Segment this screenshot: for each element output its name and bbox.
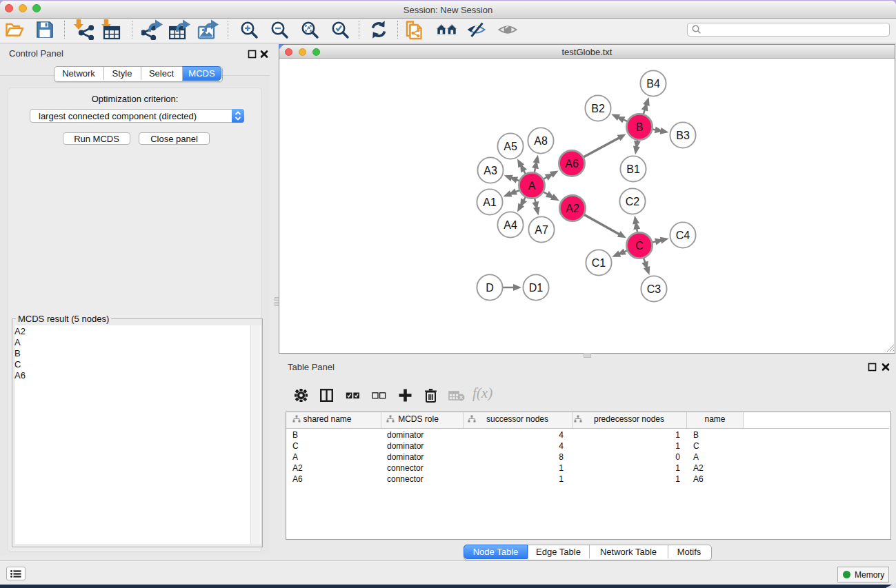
svg-text:C3: C3: [647, 283, 661, 295]
svg-text:B4: B4: [646, 78, 660, 90]
svg-text:B3: B3: [676, 130, 690, 141]
svg-text:A3: A3: [484, 165, 497, 176]
svg-text:A8: A8: [534, 135, 548, 147]
svg-text:B2: B2: [591, 103, 605, 114]
svg-text:A6: A6: [565, 158, 579, 170]
svg-text:C2: C2: [626, 196, 640, 207]
svg-text:A7: A7: [535, 224, 548, 236]
svg-text:D: D: [486, 282, 494, 294]
svg-text:C: C: [635, 240, 644, 252]
svg-text:B1: B1: [626, 163, 640, 175]
svg-text:C4: C4: [676, 230, 690, 241]
svg-text:A4: A4: [504, 219, 517, 231]
svg-text:C1: C1: [592, 257, 606, 269]
svg-text:A: A: [528, 180, 536, 192]
svg-text:A1: A1: [483, 196, 497, 208]
svg-text:B: B: [636, 121, 644, 133]
svg-text:A5: A5: [504, 141, 517, 152]
svg-text:A2: A2: [566, 203, 579, 214]
svg-text:D1: D1: [529, 282, 544, 294]
